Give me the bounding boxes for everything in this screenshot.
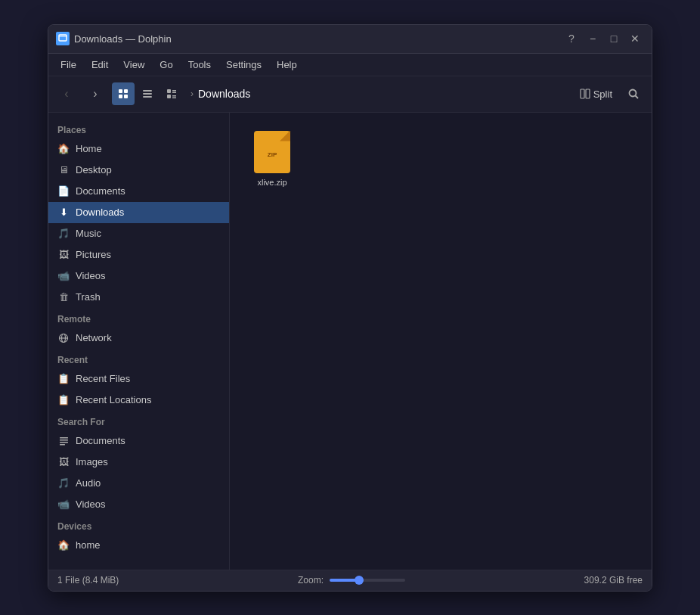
- svg-rect-3: [124, 89, 128, 93]
- minimize-button[interactable]: −: [584, 30, 602, 48]
- sidebar-item-music[interactable]: 🎵 Music: [48, 223, 229, 244]
- svg-rect-22: [60, 437, 68, 439]
- content-area: ZIP xlive.zip: [230, 113, 652, 570]
- split-button[interactable]: Split: [574, 82, 618, 106]
- sidebar-item-downloads[interactable]: ⬇ Downloads: [48, 202, 229, 223]
- sidebar-item-music-label: Music: [76, 228, 101, 239]
- zip-icon-label: ZIP: [268, 151, 277, 158]
- split-label: Split: [593, 89, 612, 100]
- music-icon: 🎵: [57, 228, 70, 240]
- menu-help[interactable]: Help: [271, 56, 303, 73]
- status-free-space: 309.2 GiB free: [584, 575, 643, 585]
- svg-rect-16: [586, 89, 590, 98]
- sidebar-item-network-label: Network: [76, 332, 112, 343]
- svg-point-17: [630, 90, 637, 97]
- forward-button[interactable]: ›: [83, 82, 107, 106]
- recent-locations-icon: 📋: [57, 394, 70, 406]
- trash-icon: 🗑: [57, 291, 70, 303]
- search-header: Search For: [48, 411, 229, 430]
- file-name-xlive: xlive.zip: [257, 178, 287, 187]
- devices-header: Devices: [48, 515, 229, 535]
- search-button[interactable]: [621, 82, 646, 106]
- svg-rect-12: [167, 95, 171, 98]
- videos-icon: 📹: [57, 270, 70, 282]
- sidebar-item-search-audio-label: Audio: [76, 477, 101, 489]
- sidebar-item-search-videos[interactable]: 📹 Videos: [48, 494, 229, 515]
- menu-go[interactable]: Go: [153, 56, 178, 73]
- file-item-xlive[interactable]: ZIP xlive.zip: [242, 125, 302, 193]
- svg-rect-25: [60, 444, 65, 446]
- sidebar-item-pictures[interactable]: 🖼 Pictures: [48, 244, 229, 266]
- sidebar-item-network[interactable]: Network: [48, 328, 229, 349]
- svg-rect-2: [119, 89, 122, 93]
- sidebar-item-search-documents[interactable]: Documents: [48, 430, 229, 452]
- sidebar-item-videos[interactable]: 📹 Videos: [48, 266, 229, 287]
- address-bar[interactable]: › Downloads: [187, 88, 569, 100]
- menu-settings[interactable]: Settings: [220, 56, 268, 73]
- sidebar-item-recent-locations[interactable]: 📋 Recent Locations: [48, 390, 229, 411]
- svg-rect-14: [172, 98, 176, 99]
- menu-view[interactable]: View: [117, 56, 150, 73]
- network-icon: [57, 332, 70, 344]
- device-home-icon: 🏠: [57, 539, 70, 551]
- sidebar-item-desktop[interactable]: 🖥 Desktop: [48, 160, 229, 181]
- desktop-icon: 🖥: [57, 164, 70, 176]
- sidebar-item-home[interactable]: 🏠 Home: [48, 138, 229, 160]
- back-button[interactable]: ‹: [54, 82, 79, 106]
- menubar: File Edit View Go Tools Settings Help: [48, 54, 652, 76]
- toolbar: ‹ ›: [48, 76, 652, 113]
- svg-rect-15: [581, 89, 584, 98]
- main-window: Downloads — Dolphin ? − □ ✕ File Edit Vi…: [48, 24, 652, 592]
- status-file-count: 1 File (8.4 MiB): [57, 575, 119, 585]
- sidebar-item-downloads-label: Downloads: [76, 207, 124, 218]
- sidebar-item-search-images-label: Images: [76, 456, 108, 467]
- detail-view-button[interactable]: [160, 82, 183, 105]
- remote-header: Remote: [48, 308, 229, 328]
- recent-header: Recent: [48, 349, 229, 368]
- sidebar-item-documents[interactable]: 📄 Documents: [48, 181, 229, 202]
- zoom-label: Zoom:: [298, 575, 324, 585]
- titlebar: Downloads — Dolphin ? − □ ✕: [48, 25, 652, 54]
- downloads-icon: ⬇: [57, 207, 70, 219]
- address-path: Downloads: [198, 88, 250, 100]
- titlebar-left: Downloads — Dolphin: [56, 32, 172, 45]
- menu-tools[interactable]: Tools: [182, 56, 217, 73]
- sidebar-item-recent-files[interactable]: 📋 Recent Files: [48, 368, 229, 390]
- svg-rect-23: [60, 440, 68, 441]
- zip-icon: ZIP: [254, 131, 290, 173]
- zoom-thumb[interactable]: [355, 576, 364, 585]
- compact-view-button[interactable]: [136, 82, 159, 105]
- sidebar-item-recent-locations-label: Recent Locations: [76, 394, 151, 405]
- statusbar: 1 File (8.4 MiB) Zoom: 309.2 GiB free: [48, 570, 652, 591]
- close-button[interactable]: ✕: [626, 30, 644, 48]
- view-buttons: [112, 82, 183, 105]
- sidebar-item-home-label: Home: [76, 143, 102, 154]
- sidebar-item-search-audio[interactable]: 🎵 Audio: [48, 473, 229, 494]
- toolbar-right: Split: [574, 82, 646, 106]
- status-zoom: Zoom:: [298, 575, 405, 585]
- window-controls: ? − □ ✕: [562, 30, 644, 48]
- sidebar-item-documents-label: Documents: [76, 185, 125, 197]
- menu-file[interactable]: File: [54, 56, 82, 73]
- zoom-slider[interactable]: [330, 579, 405, 582]
- sidebar-item-search-documents-label: Documents: [76, 435, 125, 446]
- menu-edit[interactable]: Edit: [85, 56, 114, 73]
- pictures-icon: 🖼: [57, 249, 70, 261]
- icon-view-button[interactable]: [112, 82, 135, 105]
- app-icon: [56, 32, 70, 45]
- sidebar-item-device-home-label: home: [76, 539, 101, 551]
- window-title: Downloads — Dolphin: [74, 33, 172, 45]
- search-videos-icon: 📹: [57, 499, 70, 511]
- sidebar-item-trash[interactable]: 🗑 Trash: [48, 287, 229, 308]
- sidebar-item-device-home[interactable]: 🏠 home: [48, 535, 229, 556]
- sidebar-item-videos-label: Videos: [76, 270, 106, 281]
- maximize-button[interactable]: □: [605, 30, 623, 48]
- address-chevron: ›: [190, 89, 194, 99]
- search-documents-icon: [57, 435, 70, 447]
- svg-rect-8: [143, 96, 152, 98]
- zoom-fill: [330, 579, 356, 582]
- recent-files-icon: 📋: [57, 373, 70, 385]
- help-button[interactable]: ?: [562, 30, 581, 48]
- sidebar-item-search-images[interactable]: 🖼 Images: [48, 452, 229, 473]
- svg-line-18: [636, 96, 639, 99]
